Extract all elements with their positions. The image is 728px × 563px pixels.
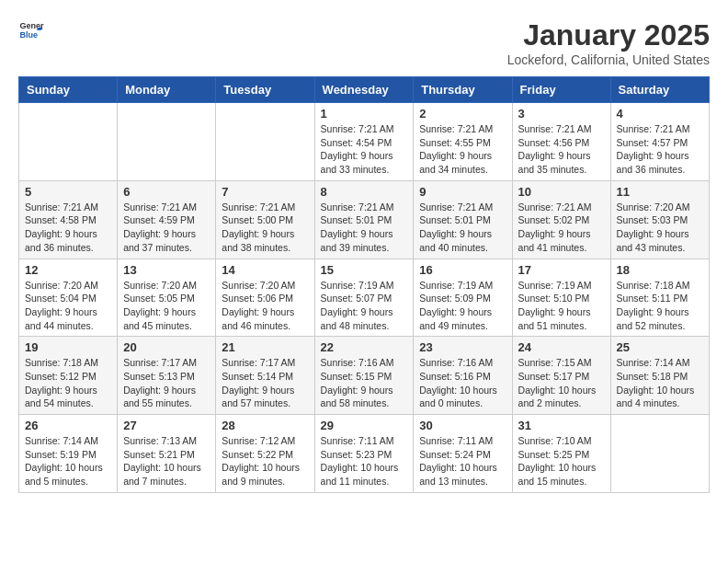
calendar-cell	[610, 415, 709, 493]
day-info: Sunrise: 7:14 AM Sunset: 5:19 PM Dayligh…	[25, 434, 111, 488]
day-number: 13	[123, 263, 210, 277]
weekday-header-tuesday: Tuesday	[216, 77, 314, 103]
calendar-cell: 2Sunrise: 7:21 AM Sunset: 4:55 PM Daylig…	[414, 103, 512, 181]
svg-text:Blue: Blue	[19, 30, 38, 40]
week-row-3: 12Sunrise: 7:20 AM Sunset: 5:04 PM Dayli…	[19, 259, 710, 337]
calendar-cell	[118, 103, 216, 181]
day-number: 7	[222, 185, 308, 199]
calendar-cell	[216, 103, 314, 181]
calendar-cell: 31Sunrise: 7:10 AM Sunset: 5:25 PM Dayli…	[512, 415, 610, 493]
calendar-cell: 4Sunrise: 7:21 AM Sunset: 4:57 PM Daylig…	[610, 103, 709, 181]
day-info: Sunrise: 7:21 AM Sunset: 4:58 PM Dayligh…	[25, 201, 111, 255]
day-info: Sunrise: 7:21 AM Sunset: 5:02 PM Dayligh…	[518, 201, 605, 255]
calendar-cell: 13Sunrise: 7:20 AM Sunset: 5:05 PM Dayli…	[118, 259, 216, 337]
day-info: Sunrise: 7:20 AM Sunset: 5:04 PM Dayligh…	[25, 279, 111, 333]
day-number: 6	[123, 185, 210, 199]
page-header: General Blue January 2025 Lockeford, Cal…	[18, 18, 710, 67]
day-number: 16	[419, 263, 506, 277]
day-info: Sunrise: 7:21 AM Sunset: 5:01 PM Dayligh…	[419, 201, 506, 255]
calendar-cell: 12Sunrise: 7:20 AM Sunset: 5:04 PM Dayli…	[19, 259, 118, 337]
calendar-cell: 19Sunrise: 7:18 AM Sunset: 5:12 PM Dayli…	[19, 337, 118, 415]
day-info: Sunrise: 7:16 AM Sunset: 5:16 PM Dayligh…	[419, 356, 506, 410]
calendar-table: SundayMondayTuesdayWednesdayThursdayFrid…	[18, 76, 710, 493]
day-info: Sunrise: 7:18 AM Sunset: 5:12 PM Dayligh…	[25, 356, 111, 410]
day-info: Sunrise: 7:14 AM Sunset: 5:18 PM Dayligh…	[617, 356, 703, 410]
calendar-subtitle: Lockeford, California, United States	[507, 52, 710, 67]
day-info: Sunrise: 7:21 AM Sunset: 4:59 PM Dayligh…	[123, 201, 210, 255]
day-info: Sunrise: 7:20 AM Sunset: 5:06 PM Dayligh…	[222, 279, 308, 333]
calendar-cell: 23Sunrise: 7:16 AM Sunset: 5:16 PM Dayli…	[414, 337, 512, 415]
calendar-cell: 21Sunrise: 7:17 AM Sunset: 5:14 PM Dayli…	[216, 337, 314, 415]
calendar-cell: 28Sunrise: 7:12 AM Sunset: 5:22 PM Dayli…	[216, 415, 314, 493]
day-number: 19	[25, 340, 111, 354]
day-number: 14	[222, 263, 308, 277]
day-info: Sunrise: 7:12 AM Sunset: 5:22 PM Dayligh…	[222, 434, 308, 488]
day-number: 1	[321, 107, 408, 121]
day-number: 3	[518, 107, 605, 121]
calendar-cell: 24Sunrise: 7:15 AM Sunset: 5:17 PM Dayli…	[512, 337, 610, 415]
day-number: 12	[25, 263, 111, 277]
title-section: January 2025 Lockeford, California, Unit…	[507, 18, 710, 67]
calendar-cell: 9Sunrise: 7:21 AM Sunset: 5:01 PM Daylig…	[414, 180, 512, 259]
day-number: 26	[25, 419, 111, 432]
day-number: 21	[222, 340, 308, 354]
day-info: Sunrise: 7:16 AM Sunset: 5:15 PM Dayligh…	[321, 356, 408, 410]
day-info: Sunrise: 7:21 AM Sunset: 4:54 PM Dayligh…	[321, 122, 408, 177]
day-number: 11	[617, 185, 703, 199]
week-row-4: 19Sunrise: 7:18 AM Sunset: 5:12 PM Dayli…	[19, 337, 710, 415]
day-info: Sunrise: 7:11 AM Sunset: 5:23 PM Dayligh…	[321, 434, 408, 488]
day-number: 24	[518, 340, 605, 354]
weekday-header-sunday: Sunday	[19, 77, 118, 103]
calendar-cell: 27Sunrise: 7:13 AM Sunset: 5:21 PM Dayli…	[118, 415, 216, 493]
day-info: Sunrise: 7:21 AM Sunset: 5:00 PM Dayligh…	[222, 201, 308, 255]
day-number: 22	[321, 340, 408, 354]
day-number: 30	[419, 419, 506, 432]
day-number: 2	[419, 107, 506, 121]
day-number: 20	[123, 340, 210, 354]
day-info: Sunrise: 7:19 AM Sunset: 5:09 PM Dayligh…	[419, 279, 506, 333]
calendar-cell: 10Sunrise: 7:21 AM Sunset: 5:02 PM Dayli…	[512, 180, 610, 259]
calendar-cell: 7Sunrise: 7:21 AM Sunset: 5:00 PM Daylig…	[216, 180, 314, 259]
weekday-header-friday: Friday	[512, 77, 610, 103]
week-row-1: 1Sunrise: 7:21 AM Sunset: 4:54 PM Daylig…	[19, 103, 710, 181]
day-info: Sunrise: 7:21 AM Sunset: 5:01 PM Dayligh…	[321, 201, 408, 255]
day-info: Sunrise: 7:15 AM Sunset: 5:17 PM Dayligh…	[518, 356, 605, 410]
calendar-cell: 22Sunrise: 7:16 AM Sunset: 5:15 PM Dayli…	[314, 337, 414, 415]
calendar-cell: 25Sunrise: 7:14 AM Sunset: 5:18 PM Dayli…	[610, 337, 709, 415]
week-row-5: 26Sunrise: 7:14 AM Sunset: 5:19 PM Dayli…	[19, 415, 710, 493]
calendar-title: January 2025	[507, 18, 710, 52]
calendar-cell: 15Sunrise: 7:19 AM Sunset: 5:07 PM Dayli…	[314, 259, 414, 337]
calendar-cell: 6Sunrise: 7:21 AM Sunset: 4:59 PM Daylig…	[118, 180, 216, 259]
week-row-2: 5Sunrise: 7:21 AM Sunset: 4:58 PM Daylig…	[19, 180, 710, 259]
day-info: Sunrise: 7:13 AM Sunset: 5:21 PM Dayligh…	[123, 434, 210, 488]
day-info: Sunrise: 7:19 AM Sunset: 5:07 PM Dayligh…	[321, 279, 408, 333]
day-number: 28	[222, 419, 308, 432]
calendar-cell: 3Sunrise: 7:21 AM Sunset: 4:56 PM Daylig…	[512, 103, 610, 181]
calendar-cell: 30Sunrise: 7:11 AM Sunset: 5:24 PM Dayli…	[414, 415, 512, 493]
weekday-header-row: SundayMondayTuesdayWednesdayThursdayFrid…	[19, 77, 710, 103]
calendar-cell: 20Sunrise: 7:17 AM Sunset: 5:13 PM Dayli…	[118, 337, 216, 415]
day-number: 31	[518, 419, 605, 432]
calendar-cell: 14Sunrise: 7:20 AM Sunset: 5:06 PM Dayli…	[216, 259, 314, 337]
calendar-cell: 17Sunrise: 7:19 AM Sunset: 5:10 PM Dayli…	[512, 259, 610, 337]
day-number: 9	[419, 185, 506, 199]
day-number: 18	[617, 263, 703, 277]
weekday-header-saturday: Saturday	[610, 77, 709, 103]
day-number: 15	[321, 263, 408, 277]
day-info: Sunrise: 7:21 AM Sunset: 4:57 PM Dayligh…	[617, 122, 703, 177]
day-info: Sunrise: 7:20 AM Sunset: 5:03 PM Dayligh…	[617, 201, 703, 255]
logo-icon: General Blue	[18, 18, 44, 44]
day-info: Sunrise: 7:18 AM Sunset: 5:11 PM Dayligh…	[617, 279, 703, 333]
day-info: Sunrise: 7:20 AM Sunset: 5:05 PM Dayligh…	[123, 279, 210, 333]
calendar-cell: 8Sunrise: 7:21 AM Sunset: 5:01 PM Daylig…	[314, 180, 414, 259]
day-info: Sunrise: 7:17 AM Sunset: 5:14 PM Dayligh…	[222, 356, 308, 410]
calendar-cell: 1Sunrise: 7:21 AM Sunset: 4:54 PM Daylig…	[314, 103, 414, 181]
weekday-header-monday: Monday	[118, 77, 216, 103]
day-number: 5	[25, 185, 111, 199]
weekday-header-thursday: Thursday	[414, 77, 512, 103]
day-number: 17	[518, 263, 605, 277]
day-number: 10	[518, 185, 605, 199]
calendar-cell: 16Sunrise: 7:19 AM Sunset: 5:09 PM Dayli…	[414, 259, 512, 337]
calendar-cell: 18Sunrise: 7:18 AM Sunset: 5:11 PM Dayli…	[610, 259, 709, 337]
day-info: Sunrise: 7:11 AM Sunset: 5:24 PM Dayligh…	[419, 434, 506, 488]
